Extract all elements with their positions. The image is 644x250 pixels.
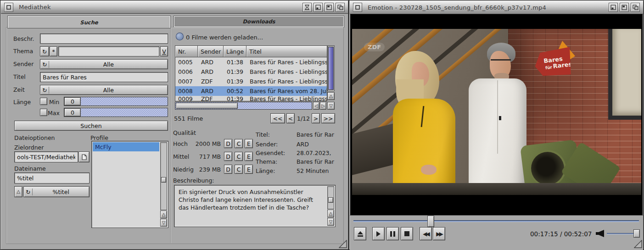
table-row[interactable]: 0006 ARD 01:39 Bares für Rares - Lieblin… xyxy=(175,67,327,77)
download-niedrig-button[interactable]: D xyxy=(224,165,232,174)
close-icon[interactable] xyxy=(4,3,13,12)
globe-icon xyxy=(176,33,184,40)
laenge-min-checkbox[interactable] xyxy=(40,98,47,105)
extern-hoch-button[interactable]: E xyxy=(245,139,253,148)
hscroll-thumb[interactable] xyxy=(176,103,238,109)
table-row-partial[interactable]: 0009 ZDF 01:39 Bares für Rares - Lieblin… xyxy=(175,96,327,101)
film-count: 551 Filme xyxy=(174,115,203,122)
cell-titel: Bares für Rares - Lieblingss xyxy=(247,78,327,85)
rewind-button[interactable]: ◀◀ xyxy=(420,227,432,240)
zeit-value: Alle xyxy=(49,87,168,94)
laenge-max-knob[interactable]: 0 xyxy=(64,108,81,117)
scroll-thumb[interactable] xyxy=(161,177,166,183)
table-row-selected[interactable]: 0008 ARD 00:52 Bares für Rares vom 28. J… xyxy=(175,86,327,96)
player-titlebar[interactable]: Emotion - 230728_1505_sendung_bfr_6660k_… xyxy=(350,1,643,14)
cell-laenge: 01:39 xyxy=(224,78,247,85)
folder-popup-button[interactable] xyxy=(78,151,90,162)
dateiname-input[interactable] xyxy=(14,172,90,183)
suchen-button[interactable]: Suchen xyxy=(14,121,168,131)
profile-scrollbar[interactable]: △ ▽ xyxy=(160,142,167,227)
detail-label: Titel: xyxy=(256,131,270,138)
page-prev-button[interactable]: < xyxy=(286,113,295,123)
copy-mittel-button[interactable]: C xyxy=(235,152,243,161)
copy-hoch-button[interactable]: C xyxy=(235,139,243,148)
download-mittel-button[interactable]: D xyxy=(224,152,232,161)
zoom-icon[interactable] xyxy=(325,3,334,12)
thema-wildcard-button[interactable]: * xyxy=(50,46,57,56)
page-first-button[interactable]: << xyxy=(270,113,285,123)
thema-input[interactable] xyxy=(58,46,159,56)
col-laenge[interactable]: Länge xyxy=(224,45,246,57)
scroll-up-icon[interactable]: △ xyxy=(160,211,167,218)
tab-suche[interactable]: Suche xyxy=(8,16,170,28)
thema-popup-button[interactable]: V xyxy=(160,46,168,56)
stop-button[interactable] xyxy=(401,227,413,240)
pause-button[interactable] xyxy=(386,227,399,240)
iconify-icon[interactable] xyxy=(609,3,618,12)
beschreibung-scrollbar[interactable]: △ ▽ xyxy=(327,186,334,226)
eject-button[interactable] xyxy=(354,227,366,240)
sender-label: Sender xyxy=(13,61,34,67)
col-sender[interactable]: Sender xyxy=(198,45,224,57)
tab-downloads[interactable]: Downloads xyxy=(174,16,344,27)
table-hscrollbar[interactable] xyxy=(175,102,312,110)
mediathek-window: Mediathek Suche Downloads xyxy=(0,0,349,250)
laenge-min-knob[interactable]: 0 xyxy=(64,97,81,106)
copy-niedrig-button[interactable]: C xyxy=(235,165,243,174)
resize-handle[interactable] xyxy=(634,240,642,248)
zoom-icon[interactable] xyxy=(620,3,629,12)
seek-track[interactable] xyxy=(353,220,639,222)
col-nr[interactable]: Nr. xyxy=(175,45,198,57)
volume-knob[interactable] xyxy=(633,229,640,238)
seek-knob[interactable] xyxy=(427,216,434,227)
table-row[interactable]: 0005 ARD 01:38 Bares für Rares - Lieblin… xyxy=(175,57,327,67)
table-vscrollbar[interactable] xyxy=(327,45,335,91)
forward-button[interactable]: ▶▶ xyxy=(433,227,445,240)
scroll-up-icon[interactable]: △ xyxy=(327,210,334,217)
table-scroll-down-icon[interactable]: ▽ xyxy=(327,102,335,110)
iconify-icon[interactable] xyxy=(314,3,323,12)
panel-divider xyxy=(170,28,171,243)
detail-value: 52 Minuten xyxy=(297,167,329,174)
close-icon[interactable] xyxy=(353,3,362,12)
sender-cycle[interactable]: ↻ Alle xyxy=(40,59,168,69)
vscroll-thumb[interactable] xyxy=(328,47,334,90)
extern-niedrig-button[interactable]: E xyxy=(245,165,253,174)
scroll-down-icon[interactable]: ▽ xyxy=(160,219,167,227)
col-titel[interactable]: Titel xyxy=(246,45,327,57)
extern-mittel-button[interactable]: E xyxy=(245,152,253,161)
depth-icon[interactable] xyxy=(631,3,640,12)
detail-label: Thema: xyxy=(256,158,277,165)
film-table[interactable]: 0005 ARD 01:38 Bares für Rares - Lieblin… xyxy=(175,57,327,101)
scroll-down-icon[interactable]: ▽ xyxy=(327,218,334,226)
table-row[interactable]: 0007 ZDF 01:39 Bares für Rares - Lieblin… xyxy=(175,77,327,86)
scroll-thumb[interactable] xyxy=(328,197,333,203)
play-button[interactable] xyxy=(372,227,385,240)
thema-cycle-icon[interactable]: ↻ xyxy=(40,46,49,56)
titel-input[interactable] xyxy=(40,72,168,82)
profile-list[interactable]: McFly △ ▽ xyxy=(91,141,168,228)
profile-label: Profile xyxy=(90,134,108,141)
download-hoch-button[interactable]: D xyxy=(224,139,232,148)
depth-icon[interactable] xyxy=(336,3,345,12)
table-scroll-left-icon[interactable]: ◁ xyxy=(313,102,319,110)
resize-handle[interactable] xyxy=(339,240,347,248)
table-scroll-right-icon[interactable]: ▷ xyxy=(320,102,326,110)
zeit-cycle[interactable]: ↻ Alle xyxy=(40,85,168,95)
pattern-cycle[interactable]: ↻ %titel xyxy=(23,186,90,197)
pattern-value: %titel xyxy=(33,189,89,195)
page-last-button[interactable]: >> xyxy=(321,113,335,123)
woman-hand xyxy=(421,165,437,175)
mediathek-titlebar[interactable]: Mediathek xyxy=(1,1,348,14)
table-scroll-up-icon[interactable]: △ xyxy=(327,92,335,100)
laenge-max-checkbox[interactable] xyxy=(40,109,47,116)
pattern-up-button[interactable]: △ xyxy=(14,186,22,197)
zielordner-input[interactable] xyxy=(14,151,78,162)
speaker-icon xyxy=(596,230,604,237)
profile-item[interactable]: McFly xyxy=(93,142,159,151)
beschr-input[interactable] xyxy=(40,33,168,44)
page-next-button[interactable]: > xyxy=(312,113,320,123)
snapshot-icon[interactable] xyxy=(302,3,312,12)
cell-titel: Bares für Rares - Lieblingss xyxy=(247,59,327,66)
cell-nr: 0007 xyxy=(175,78,198,85)
